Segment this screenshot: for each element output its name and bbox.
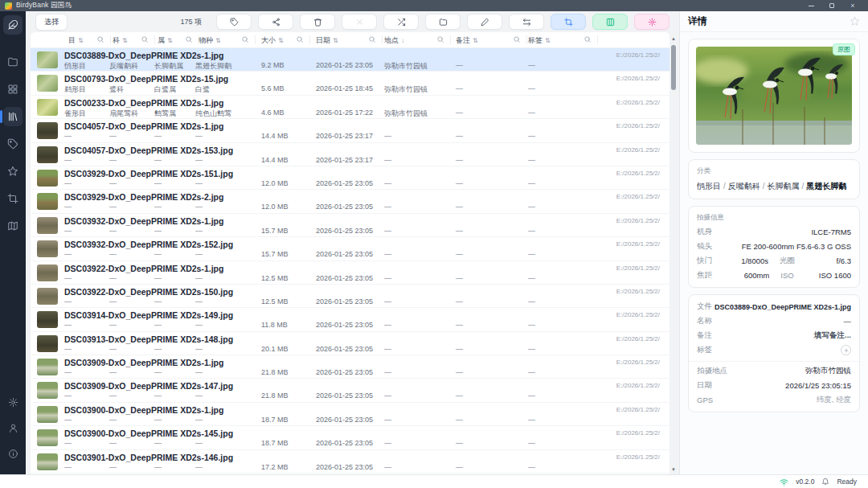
tag-toolbar-button[interactable] <box>216 14 252 30</box>
table-row[interactable]: DSC00233-DxO_DeepPRIME XD2s-1.jpg雀形目扇尾莺科… <box>31 96 669 119</box>
table-row[interactable]: DSC03900-DxO_DeepPRIME XD2s-1.jpg————18.… <box>31 403 669 426</box>
file-info-card: 文件 DSC03889-DxO_DeepPRIME XD2s-1.jpg 名称 … <box>688 294 860 412</box>
share-toolbar-button[interactable] <box>258 14 293 30</box>
sidebar-item-crop[interactable] <box>3 189 23 208</box>
category-path[interactable]: 鸻形目/反嘴鹬科/长脚鹬属/黑翅长脚鹬 <box>697 180 851 192</box>
columns-toolbar-button[interactable] <box>592 14 628 30</box>
column-search-icon[interactable] <box>296 35 304 45</box>
category-path-item[interactable]: 反嘴鹬科 <box>728 182 760 191</box>
table-row[interactable]: DSC03929-DxO_DeepPRIME XD2s-151.jpg————1… <box>31 166 669 190</box>
sort-icon[interactable]: ⇅ <box>545 37 551 44</box>
column-search-icon[interactable] <box>583 35 592 45</box>
favorite-star-icon[interactable] <box>850 16 860 27</box>
close-toolbar-button[interactable] <box>342 14 377 30</box>
row-cell: — <box>456 203 463 211</box>
category-path-item[interactable]: 长脚鹬属 <box>768 182 800 191</box>
sidebar-item-library[interactable] <box>3 107 23 126</box>
table-row[interactable]: DSC04057-DxO_DeepPRIME XD2s-1.jpg————14.… <box>31 119 669 142</box>
row-cell: — <box>384 416 391 424</box>
sort-icon[interactable]: ⇅ <box>473 37 478 44</box>
table-row[interactable]: DSC03889-DxO_DeepPRIME XD2s-1.jpg鸻形目反嘴鹬科… <box>31 48 669 72</box>
column-header-7[interactable]: 地点↓ <box>384 32 404 48</box>
bell-icon[interactable] <box>821 478 829 486</box>
scrollbar-thumb[interactable] <box>671 45 676 90</box>
trash-toolbar-button[interactable] <box>300 14 335 30</box>
camera-body-value: ILCE-7RM5 <box>712 228 851 236</box>
sidebar-item-star[interactable] <box>3 162 23 181</box>
table-row[interactable]: DSC03900-DxO_DeepPRIME XD2s-145.jpg————1… <box>31 426 669 449</box>
location-row: 拍摄地点 弥勒市竹园镇 <box>697 366 851 376</box>
table-row[interactable]: DSC03909-DxO_DeepPRIME XD2s-147.jpg————2… <box>31 379 669 402</box>
sort-icon[interactable]: ⇅ <box>333 37 338 44</box>
transfer-toolbar-button[interactable] <box>383 14 419 30</box>
select-button[interactable]: 选择 <box>35 14 68 31</box>
column-header-2[interactable]: 科⇅ <box>113 32 128 48</box>
column-header-3[interactable]: 属⇅ <box>158 32 173 48</box>
category-separator: / <box>763 182 765 191</box>
maximize-button[interactable] <box>821 0 842 11</box>
sidebar-item-feather-logo[interactable] <box>3 15 23 35</box>
sidebar-item-folder[interactable] <box>3 52 23 72</box>
column-header-4[interactable]: 物种⇅ <box>199 32 221 48</box>
table-row[interactable]: DSC03914-DxO_DeepPRIME XD2s-149.jpg————1… <box>31 308 669 331</box>
sort-icon[interactable]: ⇅ <box>215 37 221 44</box>
column-header-5[interactable]: 大小⇅ <box>261 32 284 48</box>
table-row[interactable]: DSC03922-DxO_DeepPRIME XD2s-150.jpg————1… <box>31 285 669 308</box>
scroll-down-icon[interactable]: ▼ <box>670 466 677 473</box>
sort-icon[interactable]: ⇅ <box>78 37 84 44</box>
sidebar-item-grid[interactable] <box>3 80 23 99</box>
sort-icon[interactable]: ⇅ <box>167 37 173 44</box>
row-path: E:/2026/1.25/2/ <box>616 193 660 200</box>
name-value[interactable]: — <box>712 317 851 326</box>
folder-toolbar-button[interactable] <box>425 14 461 30</box>
sort-icon[interactable]: ⇅ <box>122 37 128 44</box>
settings-toolbar-button[interactable] <box>634 14 669 30</box>
crop-toolbar-button[interactable] <box>551 14 586 30</box>
swap-toolbar-button[interactable] <box>509 14 544 30</box>
table-row[interactable]: DSC03929-DxO_DeepPRIME XD2s-2.jpg————12.… <box>31 190 669 213</box>
column-search-icon[interactable] <box>141 35 149 45</box>
column-search-icon[interactable] <box>96 35 104 45</box>
minimize-button[interactable] <box>800 0 821 11</box>
table-row[interactable]: DSC03932-DxO_DeepPRIME XD2s-1.jpg————15.… <box>31 214 669 237</box>
table-row[interactable]: DSC03922-DxO_DeepPRIME XD2s-1.jpg————12.… <box>31 261 669 285</box>
category-path-item[interactable]: 黑翅长脚鹬 <box>806 182 846 191</box>
row-cell: — <box>64 439 72 447</box>
column-header-9[interactable]: 标签⇅ <box>528 32 551 48</box>
sidebar-item-gear[interactable] <box>3 392 23 412</box>
table-row[interactable]: DSC00793-DxO_DeepPRIME XD2s-15.jpg鹈形目鹭科白… <box>31 72 669 95</box>
sidebar-item-tag[interactable] <box>3 134 23 154</box>
table-row[interactable]: DSC03901-DxO_DeepPRIME XD2s-146.jpg————1… <box>31 450 669 474</box>
table-scrollbar[interactable]: ▲ ▼ <box>670 35 677 473</box>
column-search-icon[interactable] <box>241 35 249 45</box>
table-row[interactable]: DSC04057-DxO_DeepPRIME XD2s-153.jpg————1… <box>31 143 669 166</box>
scroll-up-icon[interactable]: ▲ <box>670 35 677 42</box>
category-path-item[interactable]: 鸻形目 <box>697 182 721 191</box>
preview-card: 原图 <box>688 39 860 153</box>
row-cell: — <box>154 250 162 258</box>
column-search-icon[interactable] <box>185 35 193 45</box>
sidebar-item-user[interactable] <box>3 418 23 437</box>
edit-toolbar-button[interactable] <box>467 14 502 30</box>
table-row[interactable]: DSC03932-DxO_DeepPRIME XD2s-152.jpg————1… <box>31 237 669 260</box>
add-tag-button[interactable] <box>841 345 851 355</box>
sidebar-item-info[interactable] <box>3 444 23 463</box>
column-header-8[interactable]: 备注⇅ <box>456 32 478 48</box>
row-cell: 4.6 MB <box>261 109 285 117</box>
column-header-6[interactable]: 日期⇅ <box>316 32 338 48</box>
table-row[interactable]: DSC03913-DxO_DeepPRIME XD2s-148.jpg————2… <box>31 332 669 355</box>
column-header-1[interactable]: 目⇅ <box>68 32 84 48</box>
row-thumbnail <box>37 311 58 328</box>
sort-icon[interactable]: ⇅ <box>278 37 284 44</box>
table-row[interactable]: DSC03909-DxO_DeepPRIME XD2s-1.jpg————21.… <box>31 355 669 379</box>
note-input[interactable]: 填写备注... <box>712 330 851 341</box>
sort-desc-icon[interactable]: ↓ <box>401 37 404 44</box>
column-search-icon[interactable] <box>436 35 444 45</box>
close-button[interactable]: × <box>842 0 863 11</box>
photo-preview[interactable] <box>696 47 852 145</box>
row-filename: DSC03913-DxO_DeepPRIME XD2s-148.jpg <box>64 334 233 344</box>
camera-body-row: 机身 ILCE-7RM5 <box>697 227 851 237</box>
column-search-icon[interactable] <box>368 35 376 45</box>
sidebar-item-map[interactable] <box>3 216 23 236</box>
column-search-icon[interactable] <box>513 35 521 45</box>
